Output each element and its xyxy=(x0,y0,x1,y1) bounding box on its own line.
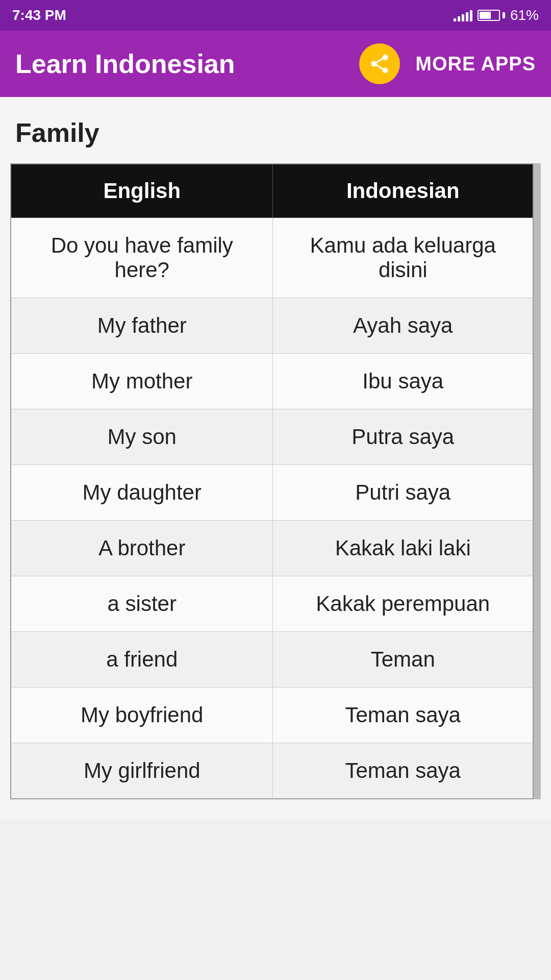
app-bar: Learn Indonesian MORE APPS xyxy=(0,31,551,97)
cell-english: My girlfriend xyxy=(11,743,273,799)
table-row: a sisterKakak perempuan xyxy=(11,576,533,632)
cell-indonesian: Kakak perempuan xyxy=(273,576,533,632)
table-row: My daughterPutri saya xyxy=(11,465,533,521)
cell-indonesian: Putra saya xyxy=(273,409,533,465)
cell-english: My son xyxy=(11,409,273,465)
status-bar: 7:43 PM 61% xyxy=(0,0,551,31)
table-row: My fatherAyah saya xyxy=(11,298,533,354)
share-icon xyxy=(368,53,391,75)
cell-indonesian: Teman saya xyxy=(273,743,533,799)
cell-english: Do you have family here? xyxy=(11,218,273,298)
cell-english: a sister xyxy=(11,576,273,632)
header-indonesian: Indonesian xyxy=(273,164,533,218)
table-wrapper: English Indonesian Do you have family he… xyxy=(10,163,541,799)
cell-indonesian: Teman saya xyxy=(273,688,533,743)
cell-indonesian: Ibu saya xyxy=(273,354,533,409)
cell-english: My mother xyxy=(11,354,273,409)
battery-percentage: 61% xyxy=(510,7,539,23)
cell-indonesian: Ayah saya xyxy=(273,298,533,354)
status-time: 7:43 PM xyxy=(12,7,66,23)
header-english: English xyxy=(11,164,273,218)
table-row: My girlfriendTeman saya xyxy=(11,743,533,799)
cell-indonesian: Putri saya xyxy=(273,465,533,521)
share-button[interactable] xyxy=(359,43,400,84)
more-apps-button[interactable]: MORE APPS xyxy=(415,53,536,75)
cell-english: My daughter xyxy=(11,465,273,521)
table-row: My motherIbu saya xyxy=(11,354,533,409)
table-header-row: English Indonesian xyxy=(11,164,533,218)
table-row: a friendTeman xyxy=(11,632,533,688)
cell-english: A brother xyxy=(11,521,273,576)
cell-indonesian: Kakak laki laki xyxy=(273,521,533,576)
cell-english: My boyfriend xyxy=(11,688,273,743)
page-content: Family English Indonesian Do you have fa… xyxy=(0,97,551,820)
cell-english: a friend xyxy=(11,632,273,688)
cell-english: My father xyxy=(11,298,273,354)
table-row: My boyfriendTeman saya xyxy=(11,688,533,743)
app-title: Learn Indonesian xyxy=(15,48,235,79)
cell-indonesian: Kamu ada keluarga disini xyxy=(273,218,533,298)
table-row: My sonPutra saya xyxy=(11,409,533,465)
battery-icon xyxy=(478,10,505,21)
table-row: Do you have family here?Kamu ada keluarg… xyxy=(11,218,533,298)
status-indicators: 61% xyxy=(454,7,539,23)
page-title: Family xyxy=(10,107,541,163)
table-row: A brotherKakak laki laki xyxy=(11,521,533,576)
vocabulary-table: English Indonesian Do you have family he… xyxy=(10,163,534,799)
signal-icon xyxy=(454,9,472,21)
app-bar-actions: MORE APPS xyxy=(359,43,536,84)
cell-indonesian: Teman xyxy=(273,632,533,688)
